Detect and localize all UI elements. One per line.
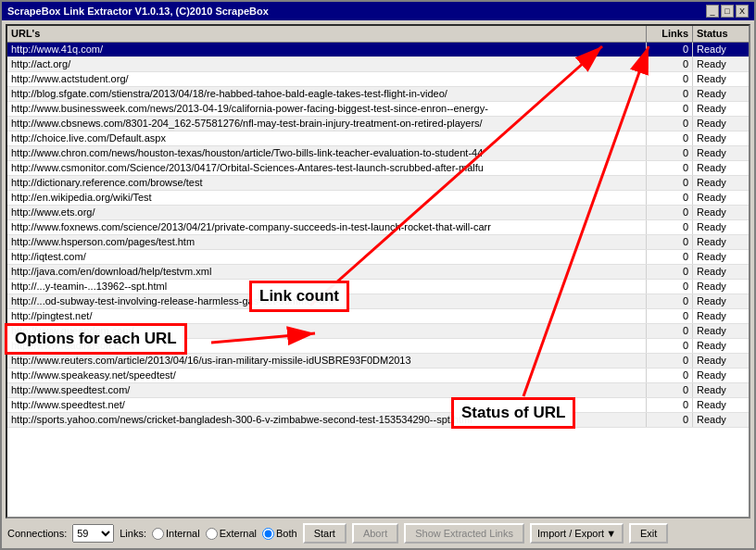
cell-status: Ready bbox=[693, 294, 749, 308]
cell-links: 0 bbox=[647, 339, 693, 353]
cell-url: http://java.com/en/download/help/testvm.… bbox=[7, 265, 647, 279]
cell-links: 0 bbox=[647, 220, 693, 234]
table-row[interactable]: http://www.hsperson.com/pages/test.htm0R… bbox=[7, 235, 749, 250]
table-row[interactable]: http://www.chron.com/news/houston-texas/… bbox=[7, 146, 749, 161]
table-row[interactable]: http://pingtest.net/0Ready bbox=[7, 309, 749, 324]
external-radio[interactable] bbox=[206, 528, 218, 540]
cell-status: Ready bbox=[693, 354, 749, 368]
table-row[interactable]: http://www.reuters.com/article/2013/04/1… bbox=[7, 354, 749, 369]
table-row[interactable]: http://...y-teamin-...13962--spt.html0Re… bbox=[7, 280, 749, 294]
cell-links: 0 bbox=[647, 57, 693, 71]
table-row[interactable]: http://dictionary.reference.com/browse/t… bbox=[7, 176, 749, 191]
titlebar: ScrapeBox Link Extractor V1.0.13, (C)201… bbox=[2, 2, 754, 20]
cell-links: 0 bbox=[647, 102, 693, 116]
abort-button[interactable]: Abort bbox=[352, 523, 398, 544]
cell-status: Ready bbox=[693, 280, 749, 294]
cell-links: 0 bbox=[647, 383, 693, 397]
cell-links: 0 bbox=[647, 206, 693, 219]
table-row[interactable]: http://sports.yahoo.com/news/cricket-ban… bbox=[7, 413, 749, 428]
cell-url: http://www.actstudent.org/ bbox=[7, 72, 647, 86]
table-row[interactable]: http://blog.sfgate.com/stienstra/2013/04… bbox=[7, 87, 749, 102]
cell-status: Ready bbox=[693, 191, 749, 205]
cell-url: http://en.wikipedia.org/wiki/Test bbox=[7, 191, 647, 205]
cell-url: http://www.cbsnews.com/8301-204_162-5758… bbox=[7, 117, 647, 131]
external-radio-label[interactable]: External bbox=[206, 528, 257, 540]
cell-status: Ready bbox=[693, 176, 749, 190]
cell-status: Ready bbox=[693, 161, 749, 175]
cell-status: Ready bbox=[693, 117, 749, 131]
count-annotation: Link count bbox=[249, 281, 349, 312]
table-row[interactable]: http://www.speedtest.net/0Ready bbox=[7, 398, 749, 413]
cell-links: 0 bbox=[647, 131, 693, 145]
cell-url: http://www.hsperson.com/pages/test.htm bbox=[7, 235, 647, 249]
cell-status: Ready bbox=[693, 339, 749, 353]
cell-links: 0 bbox=[647, 191, 693, 205]
both-radio-label[interactable]: Both bbox=[262, 528, 297, 540]
table-row[interactable]: http://java.com/en/download/help/testvm.… bbox=[7, 265, 749, 280]
cell-links: 0 bbox=[647, 176, 693, 190]
maximize-button[interactable]: □ bbox=[721, 5, 734, 18]
options-annotation: Options for each URL bbox=[5, 323, 187, 355]
table-row[interactable]: http://www.speakeasy.net/speedtest/0Read… bbox=[7, 369, 749, 383]
titlebar-controls: _ □ X bbox=[706, 5, 749, 18]
table-row[interactable]: http://www.ets.org/0Ready bbox=[7, 206, 749, 220]
table-row[interactable]: http://www.csmonitor.com/Science/2013/04… bbox=[7, 161, 749, 176]
show-extracted-button[interactable]: Show Extracted Links bbox=[404, 523, 524, 544]
connections-select[interactable]: 59 bbox=[72, 524, 114, 543]
cell-status: Ready bbox=[693, 220, 749, 234]
exit-button[interactable]: Exit bbox=[629, 523, 668, 544]
cell-links: 0 bbox=[647, 324, 693, 338]
cell-status: Ready bbox=[693, 383, 749, 397]
cell-status: Ready bbox=[693, 413, 749, 427]
table-body[interactable]: http://www.41q.com/0Readyhttp://act.org/… bbox=[7, 43, 749, 517]
table-row[interactable]: http://www.actstudent.org/0Ready bbox=[7, 72, 749, 87]
cell-links: 0 bbox=[647, 265, 693, 279]
toolbar: Connections: 59 Links: Internal External… bbox=[2, 519, 754, 548]
cell-links: 0 bbox=[647, 161, 693, 175]
window-title: ScrapeBox Link Extractor V1.0.13, (C)201… bbox=[7, 6, 269, 17]
cell-links: 0 bbox=[647, 117, 693, 131]
cell-status: Ready bbox=[693, 146, 749, 160]
both-radio[interactable] bbox=[262, 528, 274, 540]
cell-url: http://choice.live.com/Default.aspx bbox=[7, 131, 647, 145]
cell-url: http://www.41q.com/ bbox=[7, 43, 647, 56]
status-annotation: Status of URL bbox=[451, 397, 575, 429]
cell-links: 0 bbox=[647, 72, 693, 86]
url-table: URL's Links Status http://www.41q.com/0R… bbox=[6, 24, 750, 519]
import-export-button[interactable]: Import / Export ▼ bbox=[530, 523, 624, 544]
table-row[interactable]: http://en.wikipedia.org/wiki/Test0Ready bbox=[7, 191, 749, 206]
start-button[interactable]: Start bbox=[303, 523, 346, 544]
cell-links: 0 bbox=[647, 280, 693, 294]
internal-radio[interactable] bbox=[152, 528, 164, 540]
cell-links: 0 bbox=[647, 398, 693, 412]
cell-url: http://blog.sfgate.com/stienstra/2013/04… bbox=[7, 87, 647, 101]
links-label: Links: bbox=[120, 528, 146, 539]
cell-links: 0 bbox=[647, 87, 693, 101]
minimize-button[interactable]: _ bbox=[706, 5, 719, 18]
table-row[interactable]: http://www.41q.com/0Ready bbox=[7, 43, 749, 57]
table-row[interactable]: http://www.cbsnews.com/8301-204_162-5758… bbox=[7, 117, 749, 131]
cell-url: http://www.chron.com/news/houston-texas/… bbox=[7, 146, 647, 160]
cell-status: Ready bbox=[693, 398, 749, 412]
cell-status: Ready bbox=[693, 87, 749, 101]
cell-links: 0 bbox=[647, 250, 693, 264]
table-row[interactable]: http://...od-subway-test-involving-relea… bbox=[7, 294, 749, 309]
cell-url: http://dictionary.reference.com/browse/t… bbox=[7, 176, 647, 190]
cell-url: http://iqtest.com/ bbox=[7, 250, 647, 264]
cell-url: http://act.org/ bbox=[7, 57, 647, 71]
table-row[interactable]: http://www.foxnews.com/science/2013/04/2… bbox=[7, 220, 749, 235]
table-row[interactable]: http://www.businessweek.com/news/2013-04… bbox=[7, 102, 749, 117]
cell-status: Ready bbox=[693, 43, 749, 56]
cell-url: http://www.csmonitor.com/Science/2013/04… bbox=[7, 161, 647, 175]
cell-status: Ready bbox=[693, 324, 749, 338]
table-header: URL's Links Status bbox=[7, 26, 749, 43]
table-row[interactable]: http://act.org/0Ready bbox=[7, 57, 749, 72]
table-row[interactable]: http://www.speedtest.com/0Ready bbox=[7, 383, 749, 398]
cell-status: Ready bbox=[693, 250, 749, 264]
main-content: URL's Links Status http://www.41q.com/0R… bbox=[2, 20, 754, 548]
table-row[interactable]: http://choice.live.com/Default.aspx0Read… bbox=[7, 131, 749, 146]
internal-radio-label[interactable]: Internal bbox=[152, 528, 200, 540]
cell-url: http://www.speakeasy.net/speedtest/ bbox=[7, 369, 647, 382]
table-row[interactable]: http://iqtest.com/0Ready bbox=[7, 250, 749, 265]
close-button[interactable]: X bbox=[736, 5, 749, 18]
